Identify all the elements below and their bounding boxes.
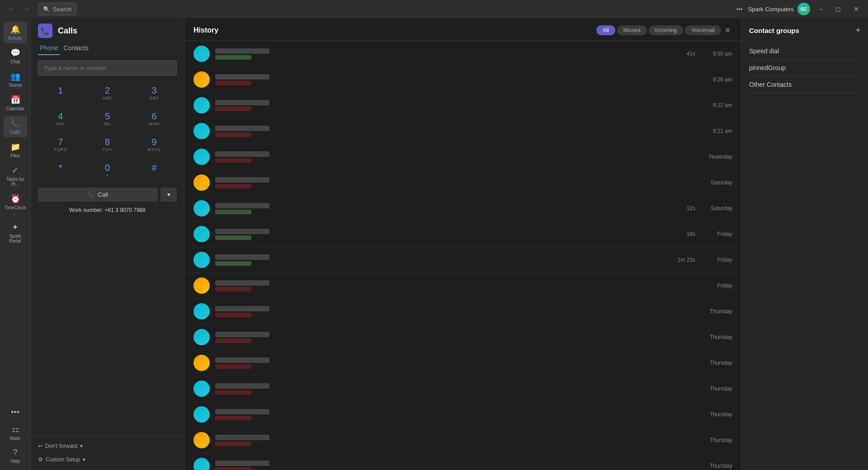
- avatar: [193, 252, 210, 268]
- history-sub: [215, 338, 251, 343]
- avatar: [193, 355, 210, 371]
- close-button[interactable]: ✕: [850, 4, 863, 14]
- table-row[interactable]: Thursday: [184, 350, 741, 376]
- dont-forward-button[interactable]: ↩ Don't forward ▾: [38, 441, 177, 451]
- sidebar-item-timeclock[interactable]: ⏰ TimeClock ...: [4, 191, 27, 218]
- history-day: Thursday: [701, 411, 732, 418]
- history-day: Saturday: [701, 205, 732, 212]
- custom-setup-button[interactable]: ⚙ Custom Setup ▾: [38, 455, 177, 465]
- list-item[interactable]: pinnedGroup: [749, 60, 861, 76]
- history-info: [215, 461, 667, 470]
- maximize-button[interactable]: ◻: [832, 4, 844, 14]
- sidebar-item-label: Help: [10, 459, 20, 464]
- history-duration: 18s: [673, 231, 695, 237]
- list-item[interactable]: Speed dial: [749, 43, 861, 60]
- table-row[interactable]: 18s Friday: [184, 221, 741, 247]
- avatar: [193, 458, 210, 470]
- calls-header: 📞 Calls: [31, 18, 184, 38]
- dial-key-7[interactable]: 7PQRS: [38, 132, 83, 156]
- table-row[interactable]: Yesterday: [184, 144, 741, 170]
- name-number-input[interactable]: [38, 61, 177, 75]
- search-bar[interactable]: 🔍 Search: [38, 3, 76, 15]
- table-row[interactable]: 41s 9:50 am: [184, 41, 741, 67]
- dial-key-4[interactable]: 4GHI: [38, 107, 83, 131]
- timeclock-icon: ⏰: [10, 194, 20, 204]
- dialpad: 1 2ABC 3DEF 4GHI 5JKL 6MNO 7PQRS 8TUV 9W…: [38, 81, 177, 182]
- tab-contacts[interactable]: Contacts: [61, 42, 90, 55]
- dial-key-star[interactable]: *·: [38, 158, 83, 182]
- back-button[interactable]: ←: [5, 5, 17, 14]
- sidebar-item-label: Activity: [8, 36, 23, 41]
- avatar[interactable]: SC: [797, 3, 810, 15]
- sidebar-item-chat[interactable]: 💬 Chat: [4, 45, 27, 67]
- avatar: [193, 123, 210, 139]
- calls-tabs: Phone Contacts: [31, 38, 184, 55]
- history-sub: [215, 184, 251, 188]
- filter-options-icon[interactable]: ≡: [723, 26, 732, 34]
- call-button[interactable]: 📞 Call: [38, 188, 158, 202]
- table-row[interactable]: Saturday: [184, 170, 741, 196]
- dial-key-hash[interactable]: #: [132, 158, 177, 182]
- history-info: [215, 126, 667, 137]
- table-row[interactable]: Thursday: [184, 453, 741, 470]
- filter-all[interactable]: All: [596, 25, 615, 35]
- table-row[interactable]: Thursday: [184, 376, 741, 402]
- dial-key-9[interactable]: 9WXYZ: [132, 132, 177, 156]
- filter-incoming[interactable]: Incoming: [649, 25, 684, 35]
- forward-button[interactable]: →: [21, 5, 33, 14]
- table-row[interactable]: 9:21 am: [184, 118, 741, 144]
- history-info: [215, 306, 667, 317]
- sidebar-item-teams[interactable]: 👥 Teams: [4, 69, 27, 90]
- table-row[interactable]: Thursday: [184, 402, 741, 428]
- sidebar-item-files[interactable]: 📁 Files: [4, 139, 27, 161]
- table-row[interactable]: 12s Saturday: [184, 196, 741, 221]
- table-row[interactable]: Friday: [184, 273, 741, 299]
- history-time: 9:22 am: [701, 102, 732, 108]
- sidebar-item-calls[interactable]: 📞 Calls: [4, 116, 27, 137]
- table-row[interactable]: Thursday: [184, 428, 741, 453]
- history-duration: 41s: [673, 51, 695, 57]
- table-row[interactable]: 9:22 am: [184, 93, 741, 118]
- table-row[interactable]: Thursday: [184, 299, 741, 324]
- history-day: Thursday: [701, 308, 732, 315]
- list-item[interactable]: Other Contacts: [749, 76, 861, 93]
- center-panel: History All Missed Incoming Voicemail ≡ …: [184, 18, 741, 470]
- history-list: 41s 9:50 am 9:26 am: [184, 41, 741, 470]
- minimize-button[interactable]: −: [816, 4, 826, 14]
- table-row[interactable]: 9:26 am: [184, 67, 741, 93]
- table-row[interactable]: Thursday: [184, 324, 741, 350]
- history-title: History: [193, 26, 218, 34]
- filter-voicemail[interactable]: Voicemail: [685, 25, 721, 35]
- sidebar-item-calendar[interactable]: 📅 Calendar: [4, 92, 27, 114]
- add-contact-group-button[interactable]: +: [855, 25, 861, 36]
- avatar: [193, 406, 210, 423]
- avatar: [193, 149, 210, 165]
- sidebar-item-label: Files: [10, 153, 20, 158]
- table-row[interactable]: 1m 23s Friday: [184, 247, 741, 273]
- filter-missed[interactable]: Missed: [617, 25, 647, 35]
- sidebar-item-more[interactable]: •••: [4, 405, 27, 420]
- more-icon[interactable]: •••: [736, 6, 743, 13]
- dial-key-0[interactable]: 0+: [85, 158, 130, 182]
- dial-key-3[interactable]: 3DEF: [132, 81, 177, 105]
- avatar: [193, 71, 210, 88]
- dial-key-5[interactable]: 5JKL: [85, 107, 130, 131]
- user-info: Spark Computers SC: [748, 3, 810, 15]
- history-info: [215, 203, 667, 214]
- history-time: 9:26 am: [701, 76, 732, 83]
- sidebar-item-spark[interactable]: ✦ Spark Portal: [4, 220, 27, 246]
- settings-icon: ⚙: [38, 456, 43, 463]
- sidebar-item-apps[interactable]: ⚏ Apps: [4, 422, 27, 443]
- dial-key-1[interactable]: 1: [38, 81, 83, 105]
- tab-phone[interactable]: Phone: [38, 42, 60, 55]
- sidebar-item-activity[interactable]: 🔔 Activity: [4, 22, 27, 43]
- sidebar-item-tasks[interactable]: ✓ Tasks by Pl...: [4, 163, 27, 189]
- sidebar-item-label: TimeClock ...: [5, 205, 26, 215]
- dial-key-2[interactable]: 2ABC: [85, 81, 130, 105]
- forward-icon: ↩: [38, 443, 42, 449]
- dial-key-8[interactable]: 8TUV: [85, 132, 130, 156]
- history-info: [215, 357, 667, 369]
- dial-key-6[interactable]: 6MNO: [132, 107, 177, 131]
- sidebar-item-help[interactable]: ? Help: [4, 445, 27, 466]
- call-dropdown-button[interactable]: ▾: [160, 188, 177, 202]
